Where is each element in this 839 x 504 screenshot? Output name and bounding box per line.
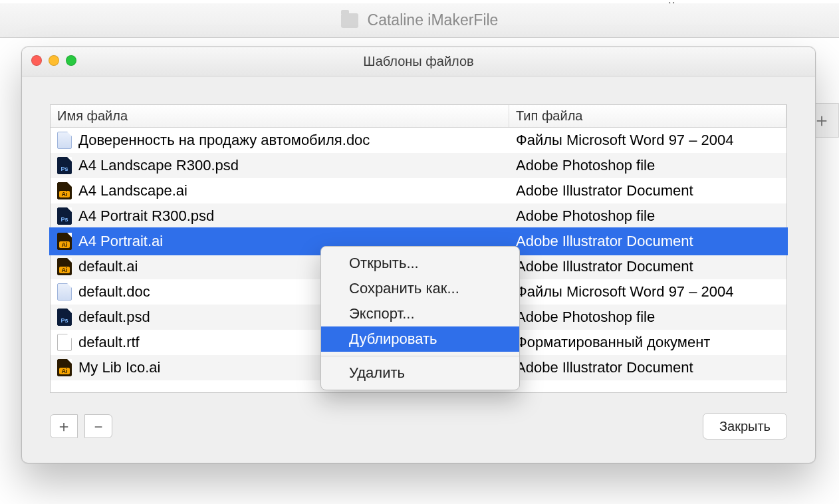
ai-file-icon: Ai [57, 182, 72, 199]
modal-footer: ＋ － Закрыть [50, 412, 787, 440]
cell-name: PsA4 Portrait R300.psd [51, 207, 509, 225]
file-name: A4 Portrait.ai [78, 233, 163, 250]
ai-file-icon: Ai [57, 359, 72, 376]
window-zoom-button[interactable] [66, 55, 76, 66]
background-titlebar: Cataline iMakerFile [0, 3, 839, 38]
cell-type: Adobe Photoshop file [509, 157, 786, 174]
table-header: Имя файла Тип файла [51, 105, 786, 128]
traffic-lights [31, 55, 76, 66]
cell-type: Adobe Illustrator Document [509, 359, 786, 376]
add-remove-segment: ＋ － [50, 414, 112, 438]
file-name: A4 Landscape.ai [78, 182, 187, 199]
psd-file-icon: Ps [57, 157, 72, 174]
file-icon-badge: Ai [59, 191, 70, 197]
file-name: default.ai [78, 258, 138, 275]
context-menu: Открыть...Сохранить как...Экспорт...Дубл… [320, 246, 520, 390]
cell-type: Adobe Illustrator Document [509, 258, 786, 275]
close-button-label: Закрыть [719, 419, 771, 434]
file-name: A4 Landscape R300.psd [78, 157, 239, 174]
window-close-button[interactable] [31, 55, 42, 66]
window-minimize-button[interactable] [49, 55, 59, 66]
cell-type: Adobe Photoshop file [509, 309, 786, 326]
doc-file-icon [57, 132, 72, 149]
file-name: Доверенность на продажу автомобиля.doc [78, 132, 370, 149]
folder-icon [341, 13, 358, 28]
add-template-button[interactable]: ＋ [50, 414, 78, 438]
background-title: Cataline iMakerFile [368, 11, 499, 29]
file-icon-badge: Ps [59, 317, 70, 324]
cell-type: Форматированный документ [509, 334, 786, 351]
cell-type: Файлы Microsoft Word 97 – 2004 [509, 132, 786, 149]
cell-type: Adobe Photoshop file [509, 207, 786, 225]
file-name: default.doc [78, 283, 150, 301]
cell-type: Adobe Illustrator Document [509, 233, 786, 250]
context-menu-separator [321, 356, 519, 356]
table-row[interactable]: PsA4 Portrait R300.psdAdobe Photoshop fi… [51, 203, 786, 229]
cell-type: Файлы Microsoft Word 97 – 2004 [509, 283, 786, 301]
modal-title: Шаблоны файлов [363, 54, 473, 69]
file-name: A4 Portrait R300.psd [78, 207, 214, 225]
minus-icon: － [90, 416, 106, 437]
close-button[interactable]: Закрыть [703, 413, 787, 440]
rtf-file-icon [57, 334, 72, 351]
cell-type: Adobe Illustrator Document [509, 182, 786, 199]
file-icon-badge: Ai [59, 241, 70, 248]
context-menu-item[interactable]: Открыть... [321, 251, 519, 276]
column-header-type[interactable]: Тип файла [509, 105, 786, 127]
column-header-name[interactable]: Имя файла [51, 105, 509, 127]
context-menu-item-delete[interactable]: Удалить [321, 360, 519, 386]
modal-titlebar[interactable]: Шаблоны файлов [22, 47, 815, 76]
plus-icon: ＋ [56, 416, 72, 437]
cell-name: Доверенность на продажу автомобиля.doc [51, 132, 509, 149]
doc-file-icon [57, 283, 72, 301]
cell-name: PsA4 Landscape R300.psd [51, 157, 509, 174]
file-name: default.rtf [78, 334, 140, 351]
file-icon-badge: Ai [59, 267, 70, 273]
file-icon-badge: Ps [59, 166, 70, 172]
table-row[interactable]: PsA4 Landscape R300.psdAdobe Photoshop f… [51, 153, 786, 178]
file-name: default.psd [78, 309, 150, 326]
table-row[interactable]: AiA4 Landscape.aiAdobe Illustrator Docum… [51, 178, 786, 203]
context-menu-item[interactable]: Экспорт... [321, 301, 519, 326]
context-menu-item[interactable]: Сохранить как... [321, 276, 519, 301]
file-name: My Lib Ico.ai [78, 359, 161, 376]
psd-file-icon: Ps [57, 309, 72, 326]
table-row[interactable]: Доверенность на продажу автомобиля.docФа… [51, 128, 786, 153]
context-menu-item[interactable]: Дублировать [321, 326, 519, 352]
remove-template-button[interactable]: － [84, 414, 112, 438]
ai-file-icon: Ai [57, 258, 72, 275]
file-icon-badge: Ai [59, 368, 70, 374]
file-icon-badge: Ps [59, 216, 70, 223]
ai-file-icon: Ai [57, 233, 72, 250]
cell-name: AiA4 Landscape.ai [51, 182, 509, 199]
psd-file-icon: Ps [57, 207, 72, 225]
